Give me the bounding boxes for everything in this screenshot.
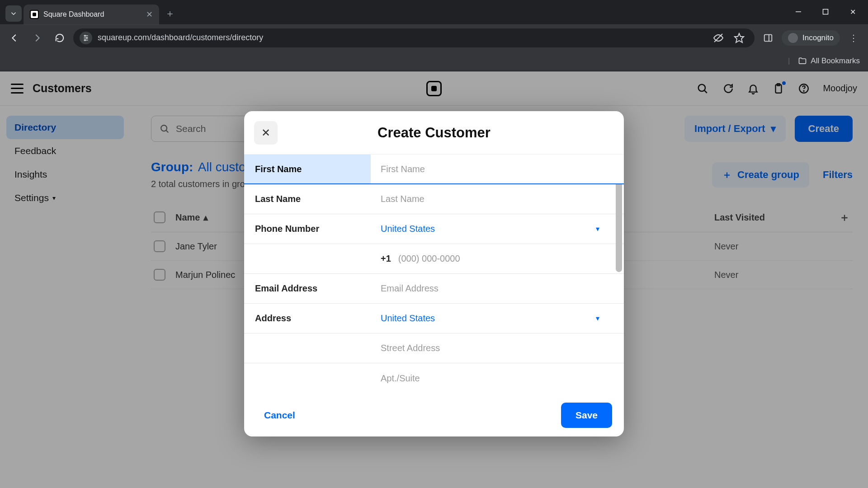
svg-rect-10 <box>764 34 772 41</box>
phone-prefix: +1 <box>381 253 391 264</box>
label-first-name: First Name <box>244 155 371 183</box>
address-bar[interactable]: squareup.com/dashboard/customers/directo… <box>73 28 755 47</box>
bookmarks-bar: | All Bookmarks <box>0 51 868 71</box>
chevron-down-icon: ▾ <box>596 314 599 323</box>
incognito-indicator[interactable]: Incognito <box>782 30 840 46</box>
input-first-name[interactable] <box>381 164 614 174</box>
input-email[interactable] <box>381 283 614 294</box>
field-first-name: First Name <box>244 155 624 184</box>
browser-tab-active[interactable]: Square Dashboard ✕ <box>24 5 159 24</box>
tab-title: Square Dashboard <box>43 10 104 19</box>
tab-strip: Square Dashboard ✕ ＋ ✕ <box>0 0 868 24</box>
nav-back-button[interactable] <box>5 29 24 47</box>
window-close-button[interactable]: ✕ <box>840 3 865 21</box>
input-street[interactable] <box>381 343 614 353</box>
all-bookmarks-button[interactable]: All Bookmarks <box>798 56 860 66</box>
svg-rect-1 <box>823 9 828 14</box>
label-email: Email Address <box>244 274 371 303</box>
all-bookmarks-label: All Bookmarks <box>811 56 860 66</box>
modal-body: First Name Last Name Phone Number United… <box>244 155 624 393</box>
select-phone-country[interactable]: United States ▾ <box>371 214 624 244</box>
input-apt[interactable] <box>381 373 614 384</box>
modal-title: Create Customer <box>377 125 491 141</box>
window-minimize-button[interactable] <box>786 3 811 21</box>
svg-point-7 <box>85 39 86 41</box>
input-phone[interactable] <box>398 253 614 264</box>
url-text: squareup.com/dashboard/customers/directo… <box>98 33 263 42</box>
site-settings-icon[interactable] <box>80 32 92 44</box>
side-panel-icon[interactable] <box>759 29 777 47</box>
incognito-label: Incognito <box>802 33 834 42</box>
label-last-name: Last Name <box>244 184 371 214</box>
tab-close-icon[interactable]: ✕ <box>146 9 153 19</box>
nav-forward-button[interactable] <box>28 29 46 47</box>
divider: | <box>788 56 790 66</box>
incognito-icon <box>788 33 798 43</box>
select-address-country[interactable]: United States ▾ <box>371 304 624 333</box>
field-address-country: Address United States ▾ <box>244 304 624 333</box>
svg-point-5 <box>85 35 86 37</box>
browser-menu-button[interactable]: ⋮ <box>844 29 863 47</box>
visibility-off-icon[interactable] <box>709 29 727 47</box>
input-last-name[interactable] <box>381 194 614 204</box>
svg-point-6 <box>86 37 88 38</box>
chevron-down-icon: ▾ <box>596 225 599 233</box>
window-maximize-button[interactable] <box>813 3 838 21</box>
create-customer-modal: ✕ Create Customer First Name Last Name P… <box>244 111 624 436</box>
save-button[interactable]: Save <box>561 403 612 428</box>
field-last-name: Last Name <box>244 184 624 214</box>
browser-window: Square Dashboard ✕ ＋ ✕ squareup.com/dash… <box>0 0 868 488</box>
label-phone: Phone Number <box>244 214 371 244</box>
new-tab-button[interactable]: ＋ <box>162 5 178 22</box>
nav-reload-button[interactable] <box>51 29 69 47</box>
label-address: Address <box>244 304 371 333</box>
modal-close-button[interactable]: ✕ <box>254 121 278 145</box>
tab-search-button[interactable] <box>5 5 22 22</box>
cancel-button[interactable]: Cancel <box>256 404 303 427</box>
field-apt <box>244 363 624 393</box>
bookmark-star-icon[interactable] <box>730 29 748 47</box>
tab-favicon <box>30 10 39 19</box>
browser-toolbar: squareup.com/dashboard/customers/directo… <box>0 24 868 51</box>
field-phone-number: +1 <box>244 244 624 274</box>
field-street <box>244 333 624 363</box>
field-email: Email Address <box>244 274 624 304</box>
svg-marker-9 <box>735 33 744 42</box>
field-phone-country: Phone Number United States ▾ <box>244 214 624 244</box>
